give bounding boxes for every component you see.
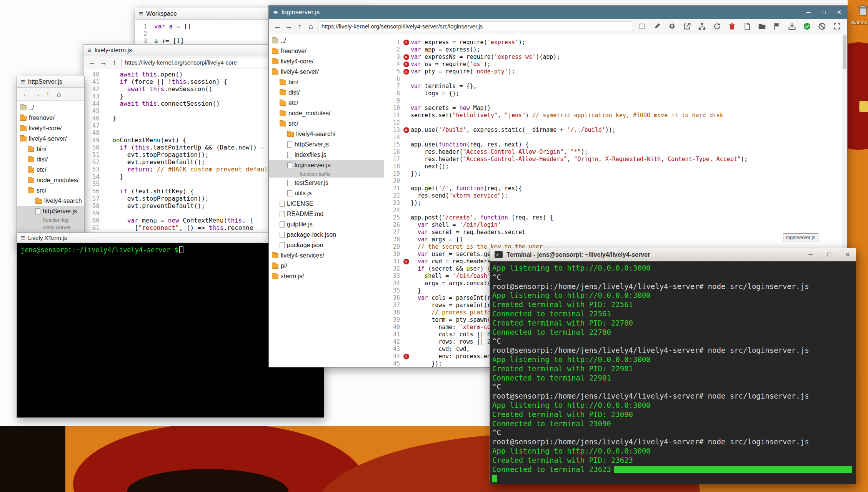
gears-icon[interactable] <box>667 22 677 32</box>
flag-icon[interactable] <box>772 22 782 32</box>
minimize-button[interactable]: ─ <box>807 251 814 258</box>
tree-item-loginserver-js[interactable]: loginserver.js <box>269 160 384 170</box>
tree-item-pi[interactable]: pi/ <box>269 261 384 271</box>
code-line-4[interactable]: 4✕var os = require('os'); <box>385 61 842 68</box>
loginserver-titlebar[interactable]: ≡ loginserver.js ─□✕ <box>269 6 847 19</box>
close-button[interactable]: ✕ <box>836 9 843 16</box>
back-icon[interactable]: ← <box>272 21 283 32</box>
code-line-12[interactable]: 12 <box>385 119 842 126</box>
tree-item-bin[interactable]: bin/ <box>269 77 384 87</box>
sitemap-icon[interactable] <box>697 22 707 32</box>
tree-item-httpserver-js[interactable]: httpServer.js <box>269 139 384 150</box>
tree-item-license[interactable]: LICENSE <box>269 198 384 209</box>
code-line-19[interactable]: 19}); <box>385 170 842 178</box>
code-line-10[interactable]: 10var secrets = new Map() <box>385 105 842 112</box>
code-line-17[interactable]: 17 res.header("Access-Control-Allow-Head… <box>385 156 842 163</box>
code-line-23[interactable]: 23}); <box>385 199 842 207</box>
code-line-24[interactable]: 24 <box>385 207 842 214</box>
code-line-1[interactable]: 1✕var express = require('express'); <box>385 39 842 46</box>
tree-item-node-modules[interactable]: node_modules/ <box>17 175 84 185</box>
code-line-18[interactable]: 18 next(); <box>385 163 842 170</box>
tree-item-etc[interactable]: etc/ <box>17 165 84 175</box>
menu-icon[interactable]: ≡ <box>139 10 143 17</box>
code-line-15[interactable]: 15app.use(function(req, res, next) { <box>385 141 842 148</box>
tree-item-httpserver-js[interactable]: httpServer.js <box>17 206 84 216</box>
tree-item-lively4-core[interactable]: lively4-core/ <box>17 123 84 133</box>
forward-icon[interactable]: → <box>283 21 294 32</box>
menu-icon[interactable]: ≡ <box>21 234 25 241</box>
code-line-14[interactable]: 14 <box>385 134 842 141</box>
code-line-28[interactable]: 28 var args = [] <box>385 236 842 243</box>
refresh-icon[interactable] <box>712 22 722 32</box>
tree-item-lively4-search[interactable]: lively4-search <box>17 196 84 206</box>
code-line-7[interactable]: 7var terminals = {}, <box>385 83 842 90</box>
tree-item-package-lock-json[interactable]: package-lock.json <box>269 229 384 240</box>
tree-item-lively4-core[interactable]: lively4-core/ <box>269 56 384 66</box>
tree-item-[interactable]: ../ <box>17 102 84 113</box>
tree-item-xterm-js[interactable]: xterm.js/ <box>269 271 384 281</box>
folder-icon[interactable] <box>757 22 767 32</box>
tree-item-testserver-js[interactable]: testServer.js <box>269 178 384 188</box>
terminal-output[interactable]: App listening to http://0.0.0.0:3000^Cro… <box>490 261 856 484</box>
forward-icon[interactable]: → <box>98 57 109 68</box>
tree-item-src[interactable]: src/ <box>269 118 384 129</box>
notes-desktop-icon[interactable] <box>853 101 868 112</box>
code-line-25[interactable]: 25app.post('/create', function (req, res… <box>385 214 842 221</box>
maximize-button[interactable]: □ <box>826 251 833 258</box>
tree-item-dist[interactable]: dist/ <box>269 87 384 98</box>
code-line-26[interactable]: 26 var shell = '/bin/login' <box>385 221 842 229</box>
scrollbar-thumb[interactable] <box>843 35 846 69</box>
brush-icon[interactable] <box>652 22 662 32</box>
code-line-9[interactable]: 9 <box>385 97 842 105</box>
new-file-icon[interactable] <box>742 22 752 32</box>
back-icon[interactable]: ← <box>87 57 98 68</box>
tree-item-[interactable]: ../ <box>269 35 384 46</box>
tree-item-readme-md[interactable]: README.md <box>269 209 384 219</box>
code-line-8[interactable]: 8 logs = {}; <box>385 90 842 97</box>
forbid-icon[interactable] <box>817 22 827 32</box>
menu-icon[interactable]: ≡ <box>21 78 25 85</box>
code-line-11[interactable]: 11secrets.set("hellolively", "jens") // … <box>385 112 842 119</box>
tree-item-utils-js[interactable]: utils.js <box>269 188 384 198</box>
minimize-button[interactable]: ─ <box>805 9 812 16</box>
tree-item-dist[interactable]: dist/ <box>17 154 84 165</box>
tree-item-lively4-services[interactable]: lively4-services/ <box>269 250 384 261</box>
up-icon[interactable]: ↑ <box>42 89 53 99</box>
code-line-21[interactable]: 21app.get('/', function(req, res){ <box>385 185 842 192</box>
httpserver-titlebar[interactable]: ≡ httpServer.js <box>17 76 84 88</box>
forward-icon[interactable]: → <box>31 89 42 99</box>
wastebasket-desktop-icon[interactable]: Wastebasket <box>851 4 868 25</box>
maximize-button[interactable]: □ <box>820 9 827 16</box>
menu-icon[interactable]: ≡ <box>87 47 92 54</box>
tree-item-freenove[interactable]: freenove/ <box>17 113 84 123</box>
tree-item-lively4-server[interactable]: lively4-server/ <box>17 133 84 144</box>
code-line-16[interactable]: 16 res.header("Access-Control-Allow-Orig… <box>385 148 842 156</box>
tree-item-indexfiles-js[interactable]: indexfiles.js <box>269 150 384 160</box>
tree-item-node-modules[interactable]: node_modules/ <box>269 108 384 118</box>
tree-item-lively4-server[interactable]: lively4-server/ <box>269 66 384 77</box>
fullscreen-icon[interactable] <box>832 22 842 32</box>
menu-icon[interactable]: ≡ <box>273 9 278 16</box>
close-button[interactable]: ✕ <box>844 251 851 258</box>
tree-item-function-log[interactable]: function log <box>17 216 84 224</box>
code-line-22[interactable]: 22 res.send("xterm service"); <box>385 192 842 199</box>
tree-item-bin[interactable]: bin/ <box>17 144 84 154</box>
url-input[interactable]: https://lively-kernel.org/sensorpi/livel… <box>318 22 633 31</box>
up-icon[interactable]: ↑ <box>109 57 120 68</box>
tree-item-freenove[interactable]: freenove/ <box>269 46 384 56</box>
code-line-13[interactable]: 13✕app.use('/build', express.static(__di… <box>385 126 842 134</box>
terminal-titlebar[interactable]: >_ Terminal - jens@sensorpi: ~/lively4/l… <box>490 248 856 261</box>
select-icon[interactable] <box>637 22 647 32</box>
code-line-3[interactable]: 3✕var expressWs = require('express-ws')(… <box>385 53 842 61</box>
code-line-6[interactable]: 6 <box>385 75 842 83</box>
code-line-5[interactable]: 5✕var pty = require('node-pty'); <box>385 68 842 75</box>
save-icon[interactable] <box>787 22 797 32</box>
tree-item-gulpfile-js[interactable]: gulpfile.js <box>269 219 384 229</box>
tree-item-package-json[interactable]: package.json <box>269 240 384 250</box>
open-external-icon[interactable] <box>682 22 692 32</box>
tree-item-class-server[interactable]: class Server <box>17 224 84 231</box>
trash-icon[interactable] <box>727 22 737 32</box>
accept-icon[interactable] <box>802 22 812 32</box>
tree-item-lively4-search[interactable]: lively4-search/ <box>269 129 384 139</box>
home-icon[interactable]: ⌂ <box>53 89 65 99</box>
